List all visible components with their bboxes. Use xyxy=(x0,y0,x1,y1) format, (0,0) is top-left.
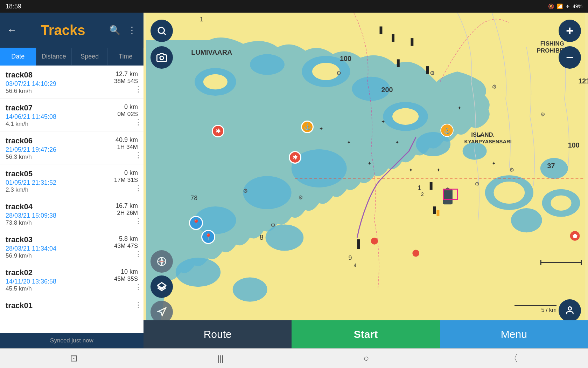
svg-point-22 xyxy=(551,195,571,210)
svg-text:2: 2 xyxy=(421,191,424,197)
svg-rect-78 xyxy=(433,206,436,214)
svg-line-84 xyxy=(164,33,166,35)
svg-point-20 xyxy=(392,108,419,125)
panel-header: ← Tracks 🔍 ⋮ xyxy=(0,13,144,48)
track-menu-icon[interactable]: ⋮ xyxy=(134,85,142,94)
svg-rect-74 xyxy=(411,38,413,46)
nav-home-icon[interactable]: ||| xyxy=(218,354,224,363)
svg-text:✦: ✦ xyxy=(319,126,323,131)
svg-point-85 xyxy=(160,56,163,60)
waypoint-blue-2[interactable]: 📍 xyxy=(201,230,215,244)
start-button[interactable]: Start xyxy=(292,320,440,348)
status-icons: 🔕 📶 ✈ 49% xyxy=(548,4,582,9)
svg-text:⚙: ⚙ xyxy=(298,195,303,200)
svg-text:⬟: ⬟ xyxy=(573,233,578,239)
track-menu-icon[interactable]: ⋮ xyxy=(134,151,142,160)
svg-point-8 xyxy=(243,176,291,209)
svg-point-12 xyxy=(233,278,267,302)
svg-text:1: 1 xyxy=(418,184,421,191)
tab-speed[interactable]: Speed xyxy=(72,48,108,66)
status-time: 18:59 xyxy=(6,3,21,10)
svg-rect-26 xyxy=(581,260,582,265)
nav-recents-icon[interactable]: ⊡ xyxy=(70,353,78,364)
track-menu-icon[interactable]: ⋮ xyxy=(134,184,142,193)
track-item[interactable]: track04 28/03/21 15:09:38 73.8 km/h 16.7… xyxy=(0,197,144,230)
svg-marker-90 xyxy=(158,308,166,315)
nav-forward-icon[interactable]: 〈 xyxy=(509,352,518,364)
svg-rect-82 xyxy=(436,210,439,216)
svg-text:121: 121 xyxy=(578,77,588,85)
svg-text:✦: ✦ xyxy=(492,161,496,166)
tab-distance[interactable]: Distance xyxy=(36,48,72,66)
svg-text:8: 8 xyxy=(260,233,264,241)
sync-bar: Synced just now xyxy=(0,333,144,348)
svg-point-2 xyxy=(250,54,285,75)
svg-point-18 xyxy=(203,74,227,89)
map-zoom-out-button[interactable] xyxy=(559,46,581,69)
svg-point-11 xyxy=(176,258,220,287)
svg-text:⚙: ⚙ xyxy=(430,70,435,76)
track-menu-icon[interactable]: ⋮ xyxy=(134,250,142,259)
track-item[interactable]: track07 14/06/21 11:45:08 4.1 km/h 0 km … xyxy=(0,98,144,131)
header-icons: 🔍 ⋮ xyxy=(109,25,136,36)
search-icon[interactable]: 🔍 xyxy=(109,25,120,36)
svg-text:200: 200 xyxy=(381,86,393,94)
menu-button[interactable]: Menu xyxy=(440,320,588,348)
back-button[interactable]: ← xyxy=(7,25,17,36)
track-item[interactable]: track08 03/07/21 14:10:29 56.6 km/h 12.7… xyxy=(0,66,144,98)
map-camera-button[interactable] xyxy=(150,46,173,69)
filter-tabs: Date Distance Speed Time xyxy=(0,48,144,66)
nav-back-icon[interactable]: ○ xyxy=(364,353,369,364)
tab-time[interactable]: Time xyxy=(108,48,144,66)
map-profile-button[interactable] xyxy=(559,299,581,322)
action-bar: Route Start Menu xyxy=(144,320,588,348)
svg-text:ISLAND.: ISLAND. xyxy=(471,131,495,138)
sync-status: Synced just now xyxy=(50,337,93,344)
map-zoom-in-button[interactable] xyxy=(559,20,581,42)
svg-point-71 xyxy=(412,250,419,257)
track-item[interactable]: track02 14/11/20 13:36:58 45.5 km/h 10 k… xyxy=(0,263,144,296)
svg-rect-65 xyxy=(443,189,453,204)
svg-rect-73 xyxy=(392,34,394,42)
route-button[interactable]: Route xyxy=(144,320,292,348)
map-search-button[interactable] xyxy=(150,20,173,42)
svg-point-14 xyxy=(511,208,542,232)
svg-text:✦: ✦ xyxy=(381,119,385,124)
svg-text:✦: ✦ xyxy=(347,139,351,145)
svg-text:9: 9 xyxy=(349,254,352,261)
track-item[interactable]: track01 ⋮ xyxy=(0,296,144,314)
waypoint-blue-1[interactable]: 📍 xyxy=(189,216,203,230)
bottom-navigation: ⊡ ||| ○ 〈 xyxy=(0,348,588,368)
left-panel: ← Tracks 🔍 ⋮ Date Distance Speed Time tr… xyxy=(0,13,144,348)
map-compass-button[interactable] xyxy=(150,250,173,273)
track-menu-icon[interactable]: ⋮ xyxy=(134,282,142,292)
more-options-icon[interactable]: ⋮ xyxy=(127,25,136,36)
track-item[interactable]: track05 01/05/21 21:31:52 2.3 km/h 0 km … xyxy=(0,164,144,197)
svg-text:4: 4 xyxy=(354,263,356,268)
track-menu-icon[interactable]: ⋮ xyxy=(134,118,142,127)
svg-rect-77 xyxy=(430,182,433,190)
map-layers-button[interactable] xyxy=(150,275,173,298)
svg-text:✦: ✦ xyxy=(409,167,413,173)
svg-marker-88 xyxy=(158,261,166,263)
waypoint-anchor[interactable]: ⚓ xyxy=(301,121,314,133)
svg-text:✦: ✦ xyxy=(395,139,399,145)
waypoint-red-1[interactable]: ✱ xyxy=(212,125,224,137)
map-navigation-button[interactable] xyxy=(150,301,173,323)
track-menu-icon[interactable]: ⋮ xyxy=(134,217,142,226)
track-item[interactable]: track06 21/05/21 19:47:26 56.3 km/h 40.9… xyxy=(0,131,144,164)
svg-text:✦: ✦ xyxy=(436,167,441,173)
svg-rect-76 xyxy=(426,66,429,74)
svg-rect-75 xyxy=(397,59,400,67)
waypoint-red-2[interactable]: ✱ xyxy=(289,151,301,164)
svg-text:⚙: ⚙ xyxy=(509,167,514,173)
svg-text:⚙: ⚙ xyxy=(336,70,341,76)
svg-text:FISHING: FISHING xyxy=(540,40,564,47)
tab-date[interactable]: Date xyxy=(0,48,36,66)
track-menu-icon[interactable]: ⋮ xyxy=(134,300,142,309)
track-item[interactable]: track03 28/03/21 11:34:04 56.9 km/h 5.8 … xyxy=(0,230,144,263)
map-area[interactable]: ⚓ ✦ ✦ ✦ ✦ ✦ ✦ ✦ ✦ ✦ ✦ ⚙ ⚙ ⚙ ⚙ ⚙ ⚙ ⚙ ⚙ ⚙ … xyxy=(144,13,588,348)
svg-text:LUMIVAARA: LUMIVAARA xyxy=(191,48,232,56)
svg-point-19 xyxy=(312,63,340,80)
svg-text:37: 37 xyxy=(547,162,555,170)
